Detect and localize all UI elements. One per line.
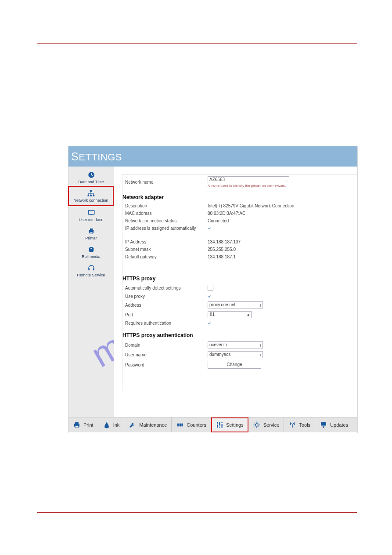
sidebar-item-remote-service[interactable]: Remote Service xyxy=(68,261,114,280)
use-proxy-checkmark: ✓ xyxy=(208,294,212,299)
sidebar-item-label: Remote Service xyxy=(68,273,114,277)
sidebar-item-roll-media[interactable]: Roll media xyxy=(68,243,114,261)
bottom-rule xyxy=(37,512,357,513)
proxy-port-select[interactable]: 81 xyxy=(208,311,252,318)
counter-icon xyxy=(176,421,184,429)
page-title-bar: SETTINGS xyxy=(68,146,357,167)
sidebar-item-printer[interactable]: Printer xyxy=(68,225,114,243)
https-proxy-auth-heading: HTTPS proxy authentication xyxy=(122,327,357,340)
svg-rect-3 xyxy=(90,195,92,196)
conn-status-label: Network connection status xyxy=(125,218,208,223)
svg-rect-1 xyxy=(90,190,92,192)
svg-rect-20 xyxy=(180,424,181,427)
subnet-value: 255.255.255.0 xyxy=(208,247,355,252)
printer-icon xyxy=(87,227,95,235)
svg-rect-13 xyxy=(93,268,94,271)
svg-rect-15 xyxy=(75,422,79,424)
sidebar-item-label: User interface xyxy=(68,218,114,222)
settings-content: Network name AZ6563I A name used to iden… xyxy=(114,167,357,417)
monitor-icon xyxy=(87,209,95,217)
auto-detect-label: Automatically detect settings xyxy=(125,286,208,290)
tab-settings[interactable]: Settings xyxy=(211,417,248,432)
document-page: manualshive.com SETTINGS Date and Time N… xyxy=(0,0,392,555)
wrench-icon xyxy=(129,421,137,429)
password-label: Password xyxy=(125,363,208,367)
title-rest: ETTINGS xyxy=(79,152,122,163)
sidebar-item-date-time[interactable]: Date and Time xyxy=(68,168,114,187)
tab-service[interactable]: Service xyxy=(248,417,284,432)
https-proxy-heading: HTTPS proxy xyxy=(122,270,357,283)
network-name-input[interactable]: AZ6563I xyxy=(208,176,289,183)
svg-rect-27 xyxy=(221,423,223,424)
svg-rect-5 xyxy=(88,210,94,214)
svg-rect-22 xyxy=(217,422,218,428)
ip-addr-value: 134.188.187.137 xyxy=(208,239,355,244)
tab-label: Service xyxy=(263,422,280,428)
svg-rect-21 xyxy=(182,424,183,427)
tab-updates[interactable]: Updates xyxy=(315,417,352,432)
ip-auto-label: IP address is assigned automatically xyxy=(125,226,208,231)
user-name-input[interactable]: dummyacsI xyxy=(208,351,263,358)
description-value: Intel(R) 82579V Gigabit Network Connecti… xyxy=(208,203,355,208)
subnet-label: Subnet mask xyxy=(125,247,208,252)
tab-ink[interactable]: Ink xyxy=(98,417,125,432)
proxy-address-label: Address xyxy=(125,303,208,308)
svg-rect-8 xyxy=(90,229,93,230)
svg-point-18 xyxy=(108,426,109,428)
form-panel: Network name AZ6563I A name used to iden… xyxy=(122,174,357,391)
tools-icon xyxy=(288,421,296,429)
tab-counters[interactable]: Counters xyxy=(172,417,211,432)
network-adapter-heading: Network adapter xyxy=(122,189,357,202)
tab-print[interactable]: Print xyxy=(68,417,98,432)
svg-rect-23 xyxy=(219,422,220,428)
ip-addr-label: IP Address xyxy=(125,239,208,244)
svg-rect-26 xyxy=(219,426,220,427)
ink-icon xyxy=(103,421,111,429)
sidebar-item-network-connection[interactable]: Network connection xyxy=(68,186,114,206)
proxy-port-label: Port xyxy=(125,312,208,317)
use-proxy-label: Use proxy xyxy=(125,294,208,299)
gateway-value: 134.188.187.1 xyxy=(208,254,355,259)
change-password-button[interactable]: Change xyxy=(208,361,261,369)
mac-label: MAC address xyxy=(125,211,208,216)
domain-label: Domain xyxy=(125,343,208,348)
mac-value: 00:03:2D:3A:47:AC xyxy=(208,211,355,216)
svg-point-17 xyxy=(104,426,105,428)
tab-label: Maintenance xyxy=(139,422,167,428)
user-name-label: User name xyxy=(125,352,208,357)
tab-maintenance[interactable]: Maintenance xyxy=(124,417,172,432)
printer-icon xyxy=(73,421,81,429)
domain-input[interactable]: ocevenloI xyxy=(208,341,263,348)
svg-rect-12 xyxy=(88,268,90,271)
auto-detect-checkbox[interactable] xyxy=(208,285,213,290)
tab-label: Settings xyxy=(226,422,244,428)
sidebar-item-user-interface[interactable]: User interface xyxy=(68,206,114,225)
network-icon xyxy=(87,189,95,197)
svg-point-28 xyxy=(255,424,258,426)
svg-rect-9 xyxy=(90,232,93,234)
svg-rect-25 xyxy=(216,424,218,424)
settings-sidebar: Date and Time Network connection User in… xyxy=(68,167,114,417)
gear-icon xyxy=(253,421,261,429)
svg-point-11 xyxy=(90,248,92,249)
network-name-label: Network name xyxy=(125,180,208,185)
sidebar-item-label: Printer xyxy=(68,236,114,240)
roll-icon xyxy=(87,246,95,254)
gateway-label: Default gateway xyxy=(125,254,208,259)
clock-icon xyxy=(87,171,95,179)
svg-rect-19 xyxy=(177,424,179,427)
svg-rect-16 xyxy=(75,426,79,428)
tab-label: Updates xyxy=(330,422,348,428)
sidebar-item-label: Roll media xyxy=(68,254,114,259)
tab-label: Counters xyxy=(187,422,206,428)
svg-rect-30 xyxy=(321,422,326,426)
tab-tools[interactable]: Tools xyxy=(284,417,315,432)
settings-app: manualshive.com SETTINGS Date and Time N… xyxy=(68,146,358,433)
title-firstcap: S xyxy=(71,150,79,163)
requires-auth-label: Requires authentication xyxy=(125,321,208,326)
requires-auth-checkmark: ✓ xyxy=(208,321,212,326)
proxy-address-input[interactable]: proxy.oce.netI xyxy=(208,301,263,308)
bottom-tab-bar: Print Ink Maintenance Counters Settings … xyxy=(68,417,357,432)
conn-status-value: Connected xyxy=(208,218,355,223)
tab-label: Tools xyxy=(299,422,310,428)
